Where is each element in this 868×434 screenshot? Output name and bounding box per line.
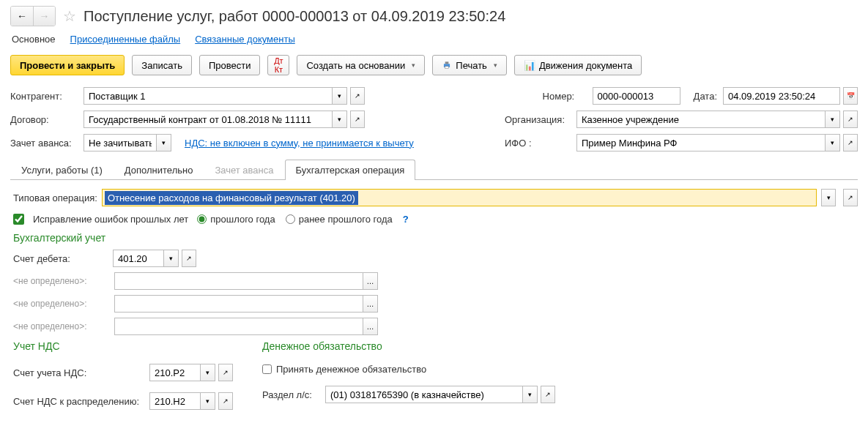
- favorite-star-icon[interactable]: ☆: [62, 8, 78, 24]
- tab-advance: Зачет аванса: [204, 160, 284, 180]
- obligation-header: Денежное обязательство: [262, 340, 555, 352]
- section-ls-dropdown[interactable]: ▾: [523, 386, 538, 403]
- section-ls-input[interactable]: [325, 386, 523, 403]
- movements-label: Движения документа: [539, 60, 632, 71]
- ifo-open-button[interactable]: ↗: [843, 134, 858, 151]
- vat-header: Учет НДС: [13, 340, 233, 352]
- page-title: Поступление услуг, работ 0000-000013 от …: [84, 8, 505, 25]
- print-label: Печать: [456, 60, 487, 71]
- accounting-header: Бухгалтерский учет: [10, 232, 858, 244]
- operation-dropdown-button[interactable]: ▾: [821, 189, 836, 206]
- operation-label: Типовая операция:: [13, 192, 97, 203]
- vat-account-input[interactable]: [149, 364, 201, 381]
- fix-errors-label: Исправление ошибок прошлых лет: [33, 214, 188, 225]
- ifo-label: ИФО :: [505, 138, 571, 149]
- section-ls-label: Раздел л/с:: [262, 389, 321, 400]
- accept-obligation-label: Принять денежное обязательство: [276, 364, 426, 375]
- radio-last-year[interactable]: прошлого года: [197, 214, 275, 225]
- save-button[interactable]: Записать: [132, 55, 192, 75]
- vat-dist-input[interactable]: [149, 392, 201, 410]
- ifo-dropdown-button[interactable]: ▾: [826, 134, 840, 151]
- vat-account-label: Счет учета НДС:: [13, 367, 145, 378]
- contract-input[interactable]: [84, 111, 333, 128]
- advance-dropdown-button[interactable]: ▾: [157, 134, 171, 151]
- number-input[interactable]: [593, 87, 680, 105]
- operation-value: Отнесение расходов на финансовый результ…: [105, 191, 358, 205]
- nav-forward-button[interactable]: →: [33, 7, 55, 26]
- operation-input[interactable]: Отнесение расходов на финансовый результ…: [102, 189, 817, 206]
- create-from-button[interactable]: Создать на основании: [297, 55, 425, 75]
- section-tab-related[interactable]: Связанные документы: [195, 34, 295, 45]
- debit-open-button[interactable]: ↗: [182, 250, 196, 267]
- section-ls-open[interactable]: ↗: [541, 386, 555, 403]
- accept-obligation-checkbox[interactable]: [262, 364, 272, 374]
- tab-extra[interactable]: Дополнительно: [114, 160, 204, 180]
- counterparty-open-button[interactable]: ↗: [350, 87, 365, 105]
- section-tab-files[interactable]: Присоединенные файлы: [70, 34, 181, 45]
- vat-dist-open[interactable]: ↗: [218, 392, 233, 410]
- printer-icon: [442, 60, 452, 70]
- svg-rect-2: [445, 67, 449, 69]
- org-open-button[interactable]: ↗: [843, 111, 858, 128]
- advance-input[interactable]: [84, 134, 157, 151]
- svg-rect-1: [445, 61, 449, 64]
- radio-earlier[interactable]: ранее прошлого года: [286, 214, 393, 225]
- debit-account-label: Счет дебета:: [13, 253, 108, 264]
- org-input[interactable]: [576, 111, 826, 128]
- vat-dist-dropdown[interactable]: ▾: [201, 392, 215, 410]
- counterparty-dropdown-button[interactable]: ▾: [333, 87, 347, 105]
- date-picker-button[interactable]: 📅: [843, 87, 858, 105]
- contract-label: Договор:: [10, 114, 78, 125]
- undef-input-2[interactable]: [114, 295, 363, 313]
- undef-dots-1[interactable]: …: [363, 272, 378, 290]
- fix-errors-checkbox[interactable]: [13, 214, 24, 225]
- section-tab-main[interactable]: Основное: [12, 34, 56, 45]
- post-button[interactable]: Провести: [199, 55, 261, 75]
- vat-account-dropdown[interactable]: ▾: [201, 364, 215, 381]
- number-label: Номер:: [543, 91, 587, 102]
- advance-label: Зачет аванса:: [10, 138, 78, 149]
- undef-dots-2[interactable]: …: [363, 295, 378, 313]
- undef-input-3[interactable]: [114, 318, 363, 335]
- counterparty-label: Контрагент:: [10, 91, 78, 102]
- vat-dist-label: Счет НДС к распределению:: [13, 396, 145, 407]
- nav-back-button[interactable]: ←: [11, 7, 33, 26]
- print-button[interactable]: Печать: [432, 55, 507, 75]
- contract-dropdown-button[interactable]: ▾: [333, 111, 347, 128]
- debit-dropdown-button[interactable]: ▾: [164, 250, 179, 267]
- undef-label-1: <не определено>:: [13, 276, 110, 286]
- vat-account-open[interactable]: ↗: [218, 364, 233, 381]
- date-label: Дата:: [694, 91, 717, 102]
- dt-kt-button[interactable]: ДтКт: [267, 55, 289, 75]
- movements-button[interactable]: 📊 Движения документа: [514, 55, 642, 75]
- org-dropdown-button[interactable]: ▾: [826, 111, 840, 128]
- undef-label-3: <не определено>:: [13, 321, 110, 332]
- ifo-input[interactable]: [576, 134, 826, 151]
- chart-icon: 📊: [524, 60, 535, 71]
- undef-label-2: <не определено>:: [13, 299, 110, 309]
- undef-dots-3[interactable]: …: [363, 318, 378, 335]
- undef-input-1[interactable]: [114, 272, 363, 290]
- contract-open-button[interactable]: ↗: [350, 111, 365, 128]
- vat-link[interactable]: НДС: не включен в сумму, не принимается …: [185, 138, 414, 149]
- operation-open-button[interactable]: ↗: [843, 189, 858, 206]
- org-label: Организация:: [505, 114, 571, 125]
- counterparty-input[interactable]: [84, 87, 333, 105]
- debit-account-input[interactable]: [113, 250, 164, 267]
- date-input[interactable]: [723, 87, 840, 105]
- help-icon[interactable]: ?: [403, 214, 409, 225]
- post-and-close-button[interactable]: Провести и закрыть: [10, 55, 125, 75]
- tab-services[interactable]: Услуги, работы (1): [10, 160, 114, 180]
- tab-accounting[interactable]: Бухгалтерская операция: [285, 160, 416, 180]
